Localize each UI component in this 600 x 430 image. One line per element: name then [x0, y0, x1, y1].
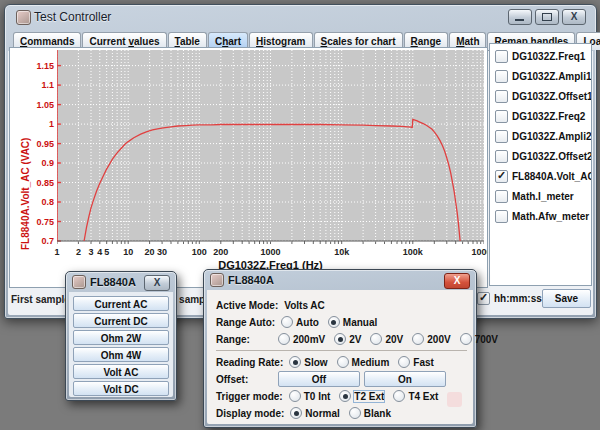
x-tick-label: 1000 [251, 247, 291, 257]
legend-item-fl8840a-volt-ac[interactable]: FL8840A.Volt_AC [490, 166, 591, 186]
radio-icon[interactable] [349, 407, 361, 419]
dialog-icon [210, 273, 224, 287]
legend-item-dg1032z-offset1[interactable]: DG1032Z.Offset1 [490, 86, 591, 106]
legend-item-math-i-meter[interactable]: Math.I_meter [490, 186, 591, 206]
radio-label: Auto [296, 317, 319, 328]
checkbox-icon[interactable] [495, 130, 508, 143]
radio-label: T0 Int [304, 391, 331, 402]
radio-slow[interactable]: Slow [289, 356, 327, 368]
legend-item-dg1032z-freq2[interactable]: DG1032Z.Freq2 [490, 106, 591, 126]
radio-200v[interactable]: 200V [412, 333, 450, 345]
legend-item-math-afw-meter[interactable]: Math.Afw_meter [490, 206, 591, 226]
legend-label: Math.Afw_meter [512, 211, 589, 222]
radio-icon[interactable] [289, 390, 301, 402]
radio-icon[interactable] [337, 356, 349, 368]
offset-on-button[interactable]: On [364, 371, 446, 387]
ohm-4w-button[interactable]: Ohm 4W [73, 347, 169, 362]
radio-auto[interactable]: Auto [281, 316, 319, 328]
close-button[interactable]: X [144, 275, 170, 291]
radio-icon[interactable] [278, 333, 290, 345]
radio-700v[interactable]: 700V [460, 333, 498, 345]
radio-icon[interactable] [412, 333, 424, 345]
close-button[interactable]: X [562, 9, 586, 25]
radio-2v[interactable]: 2V [334, 333, 361, 345]
radio-icon[interactable] [289, 356, 301, 368]
offset-off-button[interactable]: Off [278, 371, 360, 387]
checkbox-icon[interactable] [495, 90, 508, 103]
ohm-2w-button[interactable]: Ohm 2W [73, 330, 169, 345]
dialog-title: FL8840A [90, 276, 136, 288]
radio-t4-ext[interactable]: T4 Ext [393, 390, 438, 402]
row-label: Offset: [216, 374, 278, 385]
radio-icon[interactable] [339, 390, 351, 402]
radio-20v[interactable]: 20V [370, 333, 403, 345]
dialog-title-bar[interactable]: FL8840A X [204, 270, 476, 290]
window-title: Test Controller [34, 10, 111, 24]
close-button[interactable]: X [444, 273, 470, 289]
checkbox-icon[interactable] [495, 70, 508, 83]
radio-label: T4 Ext [408, 391, 438, 402]
y-tick-label: 1 [10, 119, 54, 129]
radio-t0-int[interactable]: T0 Int [289, 390, 331, 402]
radio-icon[interactable] [328, 316, 340, 328]
checkbox-icon[interactable] [477, 292, 490, 305]
settings-row-offset: Offset:OffOn [216, 371, 473, 387]
radio-label: Slow [304, 357, 327, 368]
legend-label: DG1032Z.Offset1 [512, 91, 592, 102]
legend-item-dg1032z-offset2[interactable]: DG1032Z.Offset2 [490, 146, 591, 166]
radio-label: Blank [364, 408, 391, 419]
settings-row-display-mode: Display mode:NormalBlank [216, 405, 473, 421]
current-dc-button[interactable]: Current DC [73, 313, 169, 328]
checkbox-icon[interactable] [495, 150, 508, 163]
settings-row-active-mode: Active Mode:Volts AC [216, 297, 473, 313]
settings-row-range: Range:200mV2V20V200V700V [216, 331, 473, 347]
radio-label: 2V [349, 334, 361, 345]
checkbox-icon[interactable] [495, 50, 508, 63]
legend-item-dg1032z-ampli2-pp[interactable]: DG1032Z.Ampli2_pp [490, 126, 591, 146]
row-label: Display mode: [216, 408, 290, 419]
settings-form: Active Mode:Volts ACRange Auto:AutoManua… [207, 290, 473, 424]
volt-ac-button[interactable]: Volt AC [73, 364, 169, 379]
settings-row-range-auto: Range Auto:AutoManual [216, 314, 473, 330]
minimize-button[interactable] [508, 9, 532, 25]
radio-blank[interactable]: Blank [349, 407, 391, 419]
radio-icon[interactable] [281, 316, 293, 328]
checkbox-icon[interactable] [495, 190, 508, 203]
radio-label: Manual [343, 317, 377, 328]
radio-fast[interactable]: Fast [398, 356, 434, 368]
fl8840a-mode-dialog: FL8840A X Current ACCurrent DCOhm 2WOhm … [65, 271, 177, 401]
title-bar[interactable]: Test Controller X [5, 5, 596, 28]
current-ac-button[interactable]: Current AC [73, 296, 169, 311]
radio-icon[interactable] [290, 407, 302, 419]
radio-icon[interactable] [393, 390, 405, 402]
row-label: Range: [216, 334, 278, 345]
dialog-title-bar[interactable]: FL8840A X [66, 272, 176, 292]
maximize-button[interactable] [535, 9, 559, 25]
radio-t2-ext[interactable]: T2 Ext [339, 390, 384, 402]
radio-label: Fast [413, 357, 434, 368]
checkbox-icon[interactable] [495, 170, 508, 183]
radio-icon[interactable] [370, 333, 382, 345]
radio-label: 200V [427, 334, 450, 345]
save-button[interactable]: Save [542, 289, 591, 308]
radio-200mv[interactable]: 200mV [278, 333, 325, 345]
time-format-toggle[interactable]: hh:mm:ss [477, 292, 542, 305]
radio-medium[interactable]: Medium [337, 356, 390, 368]
radio-icon[interactable] [398, 356, 410, 368]
legend-item-dg1032z-freq1[interactable]: DG1032Z.Freq1 [490, 46, 591, 66]
minimize-icon [515, 19, 524, 21]
volt-dc-button[interactable]: Volt DC [73, 381, 169, 396]
radio-manual[interactable]: Manual [328, 316, 377, 328]
legend-item-dg1032z-ampli1-pp[interactable]: DG1032Z.Ampli1_pp [490, 66, 591, 86]
radio-normal[interactable]: Normal [290, 407, 339, 419]
radio-icon[interactable] [460, 333, 472, 345]
row-label: Trigger mode: [216, 391, 289, 402]
checkbox-icon[interactable] [495, 110, 508, 123]
time-format-label: hh:mm:ss [494, 293, 542, 304]
legend-label: DG1032Z.Freq1 [512, 51, 585, 62]
checkbox-icon[interactable] [495, 210, 508, 223]
legend-label: FL8840A.Volt_AC [512, 171, 592, 182]
radio-icon[interactable] [334, 333, 346, 345]
y-tick-label: 1.15 [10, 61, 54, 71]
row-label: Active Mode: [216, 300, 284, 311]
